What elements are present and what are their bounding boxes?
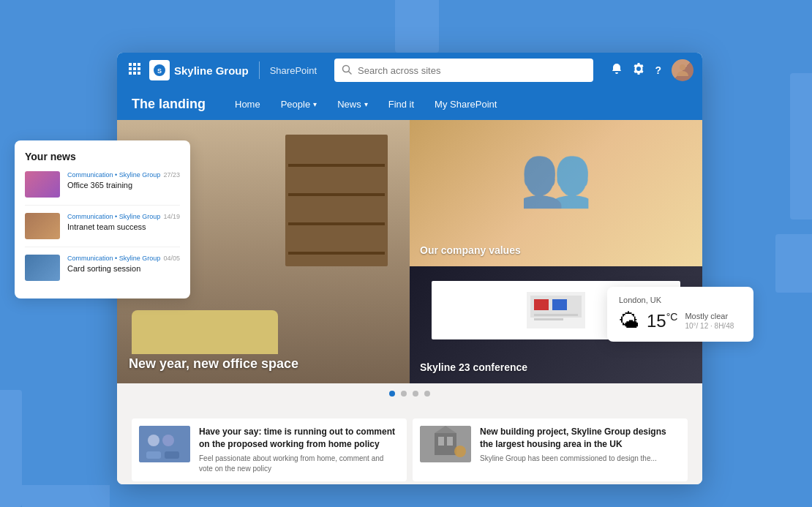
svg-rect-2 bbox=[138, 63, 140, 66]
bell-icon[interactable] bbox=[611, 63, 623, 78]
sp-company-name: Skyline Group bbox=[174, 64, 249, 77]
news-item-text: Communication • Skyline Group 04/05 Card… bbox=[67, 255, 180, 281]
svg-rect-4 bbox=[133, 67, 136, 70]
sp-divider bbox=[259, 61, 260, 79]
news-item-meta: Communication • Skyline Group 27/23 bbox=[67, 171, 180, 179]
weather-range: 10°/ 12 · 8H/48 bbox=[685, 322, 734, 330]
svg-line-12 bbox=[349, 71, 352, 74]
shelf bbox=[288, 164, 385, 167]
shelf bbox=[288, 252, 385, 255]
sp-logo-icon: S bbox=[149, 60, 170, 80]
news-card-thumbnail bbox=[420, 426, 471, 462]
site-title: The landing bbox=[132, 97, 206, 112]
news-card-excerpt: Feel passionate about working from home,… bbox=[199, 454, 399, 474]
weather-description: Mostly clear bbox=[685, 312, 734, 320]
chevron-down-icon: ▾ bbox=[364, 100, 368, 108]
svg-point-22 bbox=[162, 435, 174, 446]
weather-main: 🌤 15°C Mostly clear 10°/ 12 · 8H/48 bbox=[619, 309, 742, 333]
svg-rect-5 bbox=[138, 67, 140, 70]
weather-temp-block: 15°C bbox=[647, 311, 677, 331]
your-news-panel: Your news Communication • Skyline Group … bbox=[15, 140, 190, 298]
settings-icon[interactable] bbox=[633, 63, 644, 78]
news-item[interactable]: Communication • Skyline Group 14/19 Intr… bbox=[25, 213, 180, 247]
svg-text:S: S bbox=[157, 67, 162, 75]
news-card-1[interactable]: Have your say: time is running out to co… bbox=[132, 418, 407, 481]
nav-item-news[interactable]: News ▾ bbox=[328, 94, 377, 114]
svg-rect-19 bbox=[534, 318, 563, 320]
news-card-2[interactable]: New building project, Skyline Group desi… bbox=[413, 418, 688, 481]
news-item-thumbnail bbox=[25, 255, 60, 281]
carousel-dot-2[interactable] bbox=[401, 391, 407, 397]
svg-rect-27 bbox=[438, 437, 444, 446]
svg-rect-23 bbox=[146, 451, 161, 459]
svg-point-21 bbox=[148, 435, 159, 446]
carousel-dots bbox=[117, 383, 702, 404]
weather-temperature: 15°C bbox=[647, 311, 677, 331]
news-item-text: Communication • Skyline Group 14/19 Intr… bbox=[67, 213, 180, 239]
room-shelves-decoration bbox=[285, 135, 388, 266]
sp-search-box[interactable] bbox=[334, 59, 593, 82]
svg-rect-24 bbox=[165, 451, 179, 459]
svg-point-13 bbox=[680, 64, 685, 70]
news-item-title: Office 365 training bbox=[67, 180, 180, 190]
weather-sun-icon: 🌤 bbox=[619, 309, 639, 333]
hero-main-caption: New year, new office space bbox=[129, 356, 298, 372]
hero-top-right[interactable]: Our company values bbox=[410, 120, 702, 266]
news-card-title: Have your say: time is running out to co… bbox=[199, 426, 399, 451]
svg-rect-8 bbox=[138, 72, 140, 75]
svg-rect-1 bbox=[133, 63, 136, 66]
nav-item-people[interactable]: People ▾ bbox=[272, 94, 326, 114]
your-news-title: Your news bbox=[25, 151, 180, 162]
user-avatar[interactable] bbox=[672, 59, 693, 81]
svg-rect-16 bbox=[534, 299, 549, 310]
svg-rect-6 bbox=[129, 72, 132, 75]
news-card-thumbnail bbox=[139, 426, 190, 462]
news-item-thumbnail bbox=[25, 213, 60, 239]
svg-rect-17 bbox=[552, 299, 567, 310]
sp-icons: ? bbox=[611, 59, 693, 81]
shelf bbox=[288, 222, 385, 225]
news-item-meta: Communication • Skyline Group 14/19 bbox=[67, 213, 180, 220]
news-card-title: New building project, Skyline Group desi… bbox=[480, 426, 680, 451]
hero-bottom-left-label: Skyline 23 conference bbox=[420, 361, 527, 373]
svg-rect-18 bbox=[534, 314, 578, 316]
nav-item-home[interactable]: Home bbox=[226, 94, 269, 114]
nav-item-findit[interactable]: Find it bbox=[380, 94, 423, 114]
news-item[interactable]: Communication • Skyline Group 04/05 Card… bbox=[25, 255, 180, 288]
svg-rect-0 bbox=[129, 63, 132, 66]
carousel-dot-4[interactable] bbox=[424, 391, 430, 397]
svg-rect-7 bbox=[133, 72, 136, 75]
carousel-dot-1[interactable] bbox=[389, 391, 395, 397]
news-item-title: Card sorting session bbox=[67, 263, 180, 274]
news-card-text: New building project, Skyline Group desi… bbox=[480, 426, 680, 474]
hero-top-right-label: Our company values bbox=[420, 244, 521, 256]
help-icon[interactable]: ? bbox=[655, 64, 661, 76]
sharepoint-topbar: S Skyline Group SharePoint bbox=[117, 53, 702, 88]
svg-rect-26 bbox=[435, 433, 456, 455]
sp-logo[interactable]: S Skyline Group bbox=[149, 60, 249, 80]
waffle-menu-icon[interactable] bbox=[126, 60, 143, 81]
news-item[interactable]: Communication • Skyline Group 27/23 Offi… bbox=[25, 171, 180, 206]
svg-rect-28 bbox=[447, 437, 453, 446]
search-input[interactable] bbox=[358, 65, 586, 76]
news-card-excerpt: Skyline Group has been commissioned to d… bbox=[480, 454, 680, 464]
weather-location: London, UK bbox=[619, 296, 742, 304]
nav-item-mysharepoint[interactable]: My SharePoint bbox=[426, 94, 505, 114]
hero-grid: New year, new office space Our company v… bbox=[117, 120, 702, 383]
svg-point-30 bbox=[454, 446, 466, 457]
news-item-thumbnail bbox=[25, 171, 60, 198]
carousel-dot-3[interactable] bbox=[413, 391, 418, 397]
sp-product-label: SharePoint bbox=[270, 65, 317, 76]
news-card-text: Have your say: time is running out to co… bbox=[199, 426, 399, 474]
weather-details: Mostly clear 10°/ 12 · 8H/48 bbox=[685, 312, 734, 330]
browser-window: S Skyline Group SharePoint bbox=[117, 53, 702, 484]
news-item-text: Communication • Skyline Group 27/23 Offi… bbox=[67, 171, 180, 198]
news-section: Have your say: time is running out to co… bbox=[117, 404, 702, 484]
shelf bbox=[288, 193, 385, 196]
weather-card: London, UK 🌤 15°C Mostly clear 10°/ 12 ·… bbox=[607, 287, 753, 342]
news-item-title: Intranet team success bbox=[67, 222, 180, 232]
site-nav: The landing Home People ▾ News ▾ Find it… bbox=[117, 88, 702, 120]
search-icon bbox=[342, 64, 352, 77]
sofa-decoration bbox=[132, 310, 278, 354]
svg-rect-3 bbox=[129, 67, 132, 70]
